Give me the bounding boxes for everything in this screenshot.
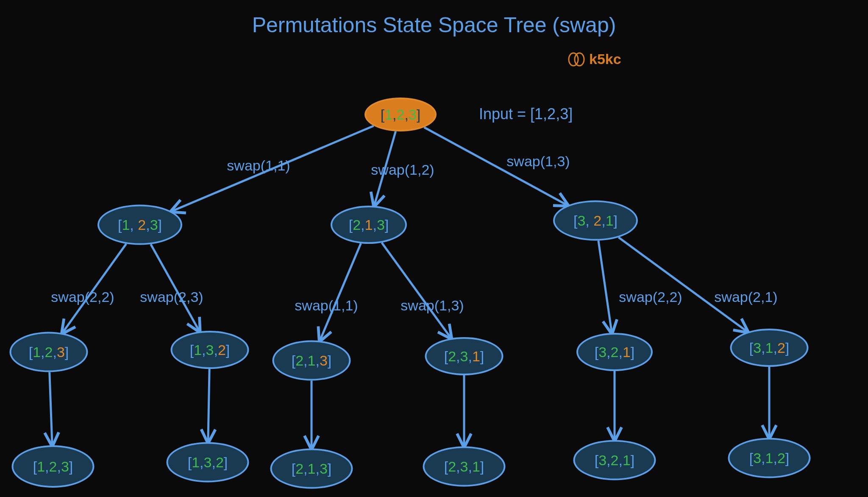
edges-layer [0,0,868,497]
tree-node: [1,3,2] [167,442,249,483]
tree-edge [598,240,612,333]
edge-label: swap(1,3) [401,297,464,314]
tree-edge [382,243,451,338]
tree-node: [1,2,3] [364,98,437,131]
tree-node: [2,3,1] [423,447,506,487]
edge-label: swap(1,3) [506,153,570,170]
edge-label: swap(2,2) [619,289,682,305]
tree-node: [3,2,1] [573,440,656,480]
tree-node: [3,2,1] [576,333,653,371]
brand-text: k5kc [589,51,621,67]
tree-edge [208,369,209,442]
edge-label: swap(2,3) [140,289,203,305]
edge-label: swap(2,2) [51,289,114,305]
edge-label: swap(1,2) [371,162,434,178]
diagram-title: Permutations State Space Tree (swap) [0,13,868,37]
tree-node: [2,1,3] [270,449,353,489]
tree-edge [320,243,361,341]
svg-point-1 [575,53,584,66]
edge-label: swap(1,1) [295,297,358,314]
tree-node: [3,1,2] [730,329,809,367]
input-annotation: Input = [1,2,3] [479,105,573,123]
tree-node: [2,1,3] [331,206,407,244]
tree-node: [2,1,3] [273,341,351,381]
tree-edge [151,244,200,332]
diagram-canvas: { "title": "Permutations State Space Tre… [0,0,868,497]
tree-node: [1,2,3] [12,445,95,488]
edge-label: swap(1,1) [227,157,290,174]
tree-node: [1,3,2] [171,331,249,369]
tree-edge [618,237,747,332]
tree-node: [2,3,1] [425,337,504,375]
tree-node: [3, 2,1] [553,201,638,241]
brand-icon [568,52,585,67]
tree-node: [1, 2,3] [97,205,182,245]
edge-label: swap(2,1) [714,289,777,305]
tree-edge [50,372,52,445]
tree-node: [3,1,2] [728,438,811,478]
brand-badge: k5kc [568,51,621,67]
tree-node: [1,2,3] [10,332,88,372]
